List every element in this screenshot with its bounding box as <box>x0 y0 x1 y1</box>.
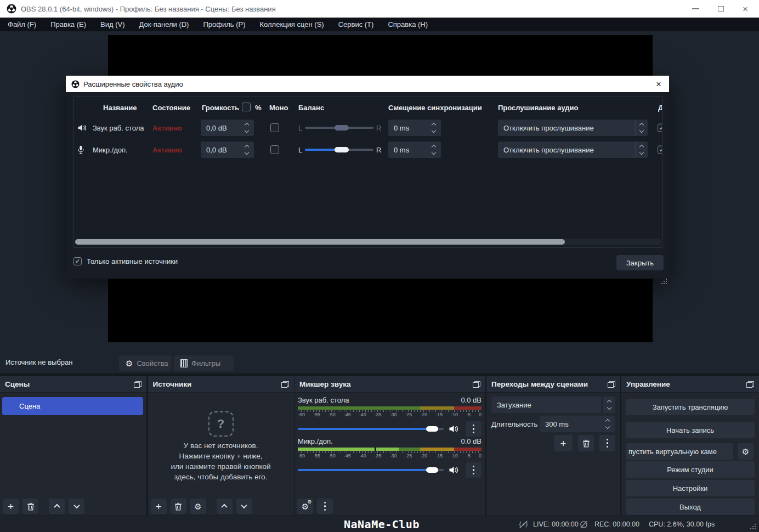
balance-handle[interactable] <box>335 147 349 152</box>
status-active: Активно <box>152 124 182 132</box>
remove-transition-button[interactable] <box>578 435 594 451</box>
volume-spinbox[interactable]: 0,0 dB <box>201 120 254 136</box>
close-button[interactable]: × <box>743 4 748 14</box>
remove-source-button[interactable] <box>171 499 186 514</box>
popout-icon[interactable] <box>281 381 289 388</box>
sync-offset-spinbox[interactable]: 0 ms <box>388 120 441 136</box>
balance-handle[interactable] <box>335 125 349 131</box>
balance-right-label: R <box>376 146 381 154</box>
record-inactive-icon <box>580 520 588 529</box>
audio-sources-table: Название Состояние Громкость % Моно Бала… <box>73 97 662 248</box>
filters-button[interactable]: Фильтры <box>174 355 234 371</box>
horizontal-scrollbar[interactable] <box>75 239 661 245</box>
mixer-options-button[interactable] <box>317 499 333 514</box>
speaker-icon[interactable] <box>449 425 458 433</box>
speaker-icon[interactable] <box>449 466 458 474</box>
volume-slider[interactable] <box>298 428 444 430</box>
menu-item[interactable]: Сервис (T) <box>331 18 381 31</box>
dialog-titlebar[interactable]: Расширенные свойства аудио × <box>66 76 669 92</box>
mono-checkbox[interactable] <box>270 123 279 132</box>
dialog-close-icon[interactable]: × <box>656 80 664 89</box>
volume-spinbox[interactable]: 0,0 dB <box>201 142 254 158</box>
meter-scale-label: -50 <box>328 412 336 417</box>
menu-item[interactable]: Файл (F) <box>1 18 43 31</box>
settings-button[interactable]: Настройки <box>626 480 755 496</box>
source-up-button[interactable] <box>217 499 233 514</box>
column-volume: Громкость <box>202 104 239 112</box>
dialog-title: Расширенные свойства аудио <box>83 80 183 88</box>
menu-item[interactable]: Правка (E) <box>43 18 93 31</box>
dialog-close-button[interactable]: Закрыть <box>616 255 664 270</box>
start-streaming-button[interactable]: Запустить трансляцию <box>626 399 755 415</box>
channel-name: Микр./доп. <box>298 437 333 445</box>
column-name: Название <box>103 104 137 112</box>
popout-icon[interactable] <box>746 381 754 388</box>
channel-options-button[interactable] <box>466 462 482 478</box>
scene-item[interactable]: Сцена <box>2 397 143 415</box>
chevron-up-icon <box>54 504 60 510</box>
volume-slider-handle[interactable] <box>426 426 438 432</box>
menu-item[interactable]: Профиль (P) <box>196 18 252 31</box>
popout-icon[interactable] <box>134 381 141 388</box>
volume-slider[interactable] <box>298 469 444 471</box>
sync-offset-spinbox[interactable]: 0 ms <box>388 142 441 158</box>
menu-item[interactable]: Вид (V) <box>93 18 132 31</box>
transition-select-arrows[interactable] <box>603 397 615 413</box>
transition-options-button[interactable] <box>599 435 615 451</box>
source-properties-button[interactable]: ⚙ <box>190 499 206 514</box>
virtual-camera-settings-button[interactable]: ⚙ <box>738 443 754 460</box>
volume-slider-handle[interactable] <box>426 467 438 473</box>
advanced-audio-button[interactable]: ⚙⚙ <box>297 499 313 514</box>
menu-item[interactable]: Коллекция сцен (S) <box>253 18 331 31</box>
table-row: Звук раб. стола Активно 0,0 dB L R 0 ms … <box>74 117 662 138</box>
popout-icon[interactable] <box>608 381 615 388</box>
window-resize-grip[interactable] <box>755 528 756 529</box>
balance-slider[interactable] <box>305 127 373 129</box>
scrollbar-thumb[interactable] <box>75 239 565 245</box>
spinner-arrows[interactable] <box>606 420 609 428</box>
meter-scale-label: -40 <box>359 453 366 459</box>
start-recording-button[interactable]: Начать запись <box>626 422 755 438</box>
minimize-button[interactable] <box>692 8 699 9</box>
spinner-arrows[interactable] <box>245 123 248 132</box>
mono-checkbox[interactable] <box>270 145 279 154</box>
add-transition-button[interactable]: + <box>554 435 573 451</box>
menu-item[interactable]: Справка (H) <box>381 18 435 31</box>
sources-empty-text: У вас нет источников.Нажмите кнопку + ни… <box>148 440 294 482</box>
scene-up-button[interactable] <box>49 499 65 514</box>
dialog-resize-grip[interactable] <box>666 283 667 284</box>
source-down-button[interactable] <box>236 499 252 514</box>
channel-db: 0.0 dB <box>461 396 482 404</box>
properties-button[interactable]: ⚙ Свойства <box>119 355 171 371</box>
duration-spinbox[interactable]: 300 ms <box>540 416 615 432</box>
monitoring-dropdown[interactable]: Отключить прослушивание <box>498 120 648 136</box>
source-name: Звук раб. стола <box>93 124 144 132</box>
exit-button[interactable]: Выход <box>626 499 755 515</box>
cpu-fps-stats: CPU: 2.6%, 30.00 fps <box>649 520 715 528</box>
add-source-button[interactable]: + <box>151 499 167 514</box>
menu-item[interactable]: Док-панели (D) <box>132 18 196 31</box>
transition-select[interactable]: Затухание <box>491 397 601 413</box>
balance-slider[interactable] <box>305 149 373 151</box>
add-scene-button[interactable]: + <box>3 499 19 514</box>
popout-icon[interactable] <box>473 381 480 388</box>
spinner-arrows[interactable] <box>432 123 435 132</box>
volume-percent-checkbox[interactable] <box>242 103 251 111</box>
remove-scene-button[interactable] <box>22 499 38 514</box>
spinner-arrows[interactable] <box>432 145 435 154</box>
maximize-button[interactable] <box>718 6 724 12</box>
menu-bar: Файл (F)Правка (E)Вид (V)Док-панели (D)П… <box>0 18 759 31</box>
scene-down-button[interactable] <box>69 499 84 514</box>
monitoring-dropdown[interactable]: Отключить прослушивание <box>498 142 648 158</box>
source-name: Микр./доп. <box>93 146 128 154</box>
filter-icon <box>180 359 188 367</box>
studio-mode-button[interactable]: Режим студии <box>626 461 755 478</box>
active-only-checkbox[interactable]: ✓ <box>73 257 82 265</box>
virtual-camera-button[interactable]: пустить виртуальную каме <box>626 443 733 460</box>
channel-options-button[interactable] <box>466 421 482 437</box>
track-checkbox[interactable]: ✓ <box>658 146 662 154</box>
spinner-arrows[interactable] <box>245 145 248 154</box>
obs-logo-icon <box>71 80 80 88</box>
track-checkbox[interactable]: ✓ <box>658 124 662 132</box>
dots-icon <box>473 425 475 434</box>
